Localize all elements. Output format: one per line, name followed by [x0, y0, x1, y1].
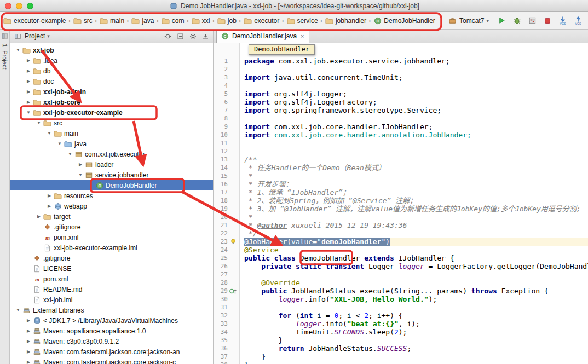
breadcrumb-item-src[interactable]: src [72, 16, 93, 25]
tree-item-java[interactable]: ▼java [10, 138, 213, 149]
tree-item-maven-com-fasterxml-jackson-core-jackson-c[interactable]: ▶Maven: com.fasterxml.jackson.core:jacks… [10, 357, 213, 364]
breadcrumb-item-executor-example[interactable]: executor-example [2, 16, 66, 25]
project-panel-title[interactable]: Project [25, 32, 45, 40]
tree-item-src[interactable]: ▼src [10, 118, 213, 128]
code-line-35[interactable]: } [244, 336, 588, 344]
gutter-line-13[interactable]: 13 [214, 155, 239, 164]
tree-item-xxl-job-iml[interactable]: xxl-job.iml [10, 294, 213, 305]
hide-button[interactable] [201, 32, 210, 41]
gutter-line-36[interactable]: 36 [214, 344, 239, 353]
breadcrumb-item-jobhandler[interactable]: jobhandler [324, 16, 367, 25]
code-line-34[interactable]: TimeUnit.SECONDS.sleep(2); [244, 328, 588, 336]
override-icon[interactable] [228, 287, 239, 295]
gutter-line-16[interactable]: 16 [214, 180, 239, 188]
gutter-line-32[interactable]: 32 [214, 311, 239, 320]
gutter-line-2[interactable]: 2 [214, 65, 239, 73]
code-line-32[interactable]: for (int i = 0; i < 2; i++) { [244, 311, 588, 320]
chevron-expanded-icon[interactable]: ▼ [66, 152, 74, 157]
tree-item-gitignore[interactable]: .gitignore [10, 222, 213, 232]
tree-item-xxl-job-core[interactable]: ▶xxl-job-core [10, 97, 213, 107]
chevron-expanded-icon[interactable]: ▼ [14, 48, 22, 53]
chevron-expanded-icon[interactable]: ▼ [14, 308, 22, 313]
stop-button[interactable] [542, 15, 553, 26]
code-line-19[interactable]: * 3、加 “@JobHander” 注解，注解value值为新增任务生成的Jo… [244, 205, 588, 213]
code-line-36[interactable]: return JobHandleStatus.SUCCESS; [244, 344, 588, 353]
project-tool-button[interactable]: 1: Project [2, 44, 8, 69]
breadcrumb-item-job[interactable]: job [216, 16, 237, 25]
tree-item-doc[interactable]: ▶doc [10, 76, 213, 86]
run-config-selector[interactable]: Tomcat7 ▾ [446, 15, 491, 26]
tree-item-idea[interactable]: ▶.idea [10, 55, 213, 66]
chevron-collapsed-icon[interactable]: ▶ [25, 58, 32, 63]
gutter-line-15[interactable]: 15 [214, 172, 239, 180]
chevron-collapsed-icon[interactable]: ▶ [45, 193, 53, 198]
breadcrumb-item-xxl[interactable]: xxl [191, 16, 211, 25]
code-line-18[interactable]: * 2、装配到Spring，例如加 “@Service” 注解； [244, 197, 588, 205]
code-line-29[interactable]: public JobHandleStatus execute(String...… [244, 287, 588, 295]
vcs-push-button[interactable]: VCS [573, 15, 584, 26]
minimize-window-button[interactable] [16, 3, 22, 9]
gear-button[interactable] [188, 32, 197, 41]
tree-item-target[interactable]: ▶target [10, 211, 213, 222]
tree-item-com-xxl-job-executor[interactable]: ▼com.xxl.job.executor [10, 149, 213, 159]
code-line-2[interactable] [244, 65, 588, 73]
code-line-38[interactable]: } [244, 361, 588, 364]
code-line-15[interactable]: * [244, 172, 588, 180]
tree-item-jdk1-7-library-java-javavirtualmachines[interactable]: ▶< JDK1.7 > /Library/Java/JavaVirtualMac… [10, 315, 213, 326]
chevron-collapsed-icon[interactable]: ▶ [77, 162, 84, 167]
gutter-line-7[interactable]: 7 [214, 106, 239, 114]
tree-item-maven-com-fasterxml-jackson-core-jackson-an[interactable]: ▶Maven: com.fasterxml.jackson.core:jacks… [10, 346, 213, 357]
code-line-30[interactable]: logger.info("XXL-JOB, Hello World."); [244, 295, 588, 303]
chevron-collapsed-icon[interactable]: ▶ [45, 204, 53, 209]
code-line-21[interactable]: * @author xuxueli 2015-12-19 19:43:36 [244, 221, 588, 229]
bulb-icon[interactable] [228, 238, 239, 246]
code-line-4[interactable] [244, 82, 588, 90]
code-line-33[interactable]: logger.info("beat at:{}", i); [244, 320, 588, 328]
chevron-collapsed-icon[interactable]: ▶ [25, 89, 32, 94]
chevron-expanded-icon[interactable]: ▼ [25, 110, 32, 115]
gutter-line-26[interactable]: 26 [214, 262, 239, 270]
code-line-16[interactable]: * 开发步骤： [244, 180, 588, 188]
gutter-line-12[interactable]: 12 [214, 147, 239, 155]
gutter-line-10[interactable]: 10 [214, 131, 239, 139]
chevron-collapsed-icon[interactable]: ▶ [25, 328, 32, 333]
gutter-line-20[interactable]: 20 [214, 213, 239, 221]
breadcrumb-item-com[interactable]: com [160, 16, 185, 25]
tree-item-db[interactable]: ▶db [10, 66, 213, 76]
gutter-line-23[interactable]: 23 [214, 238, 239, 246]
chevron-expanded-icon[interactable]: ▼ [56, 141, 64, 146]
gutter-line-18[interactable]: 18 [214, 197, 239, 205]
code-line-31[interactable] [244, 303, 588, 311]
code-line-27[interactable] [244, 270, 588, 279]
tree-item-xxl-job[interactable]: ▼xxl-job [10, 45, 213, 55]
breadcrumb-item-service[interactable]: service [286, 16, 319, 25]
code-line-12[interactable] [244, 147, 588, 155]
breadcrumb-item-executor[interactable]: executor [243, 16, 280, 25]
gutter-line-8[interactable]: 8 [214, 114, 239, 123]
chevron-down-icon[interactable]: ▾ [47, 33, 50, 39]
chevron-collapsed-icon[interactable]: ▶ [25, 349, 32, 354]
tree-item-resources[interactable]: ▶resources [10, 190, 213, 201]
tree-item-maven-c3p0-c3p0-0-9-1-2[interactable]: ▶Maven: c3p0:c3p0:0.9.1.2 [10, 336, 213, 346]
code-line-3[interactable]: import java.util.concurrent.TimeUnit; [244, 73, 588, 82]
vcs-update-button[interactable]: VCS [557, 15, 568, 26]
code-line-7[interactable]: import org.springframework.stereotype.Se… [244, 106, 588, 114]
chevron-expanded-icon[interactable]: ▼ [35, 120, 43, 125]
chevron-collapsed-icon[interactable]: ▶ [25, 339, 32, 344]
breadcrumb-item-main[interactable]: main [99, 16, 125, 25]
tree-item-pom-xml[interactable]: mpom.xml [10, 232, 213, 242]
gutter-line-34[interactable]: 34 [214, 328, 239, 336]
code-line-26[interactable]: private static transient Logger logger =… [244, 262, 588, 270]
coverage-button[interactable] [527, 15, 538, 26]
run-button[interactable] [496, 15, 507, 26]
gutter-line-22[interactable]: 22 [214, 229, 239, 238]
code-pane[interactable]: package com.xxl.job.executor.service.job… [240, 43, 588, 364]
tree-item-demojobhandler[interactable]: CDemoJobHandler [10, 180, 213, 190]
chevron-collapsed-icon[interactable]: ▶ [25, 318, 32, 323]
chevron-expanded-icon[interactable]: ▼ [77, 172, 84, 177]
debug-button[interactable] [511, 15, 522, 26]
gutter-line-1[interactable]: 1 [214, 57, 239, 65]
code-line-1[interactable]: package com.xxl.job.executor.service.job… [244, 57, 588, 65]
code-line-11[interactable] [244, 139, 588, 147]
tree-item-pom-xml[interactable]: mpom.xml [10, 274, 213, 284]
